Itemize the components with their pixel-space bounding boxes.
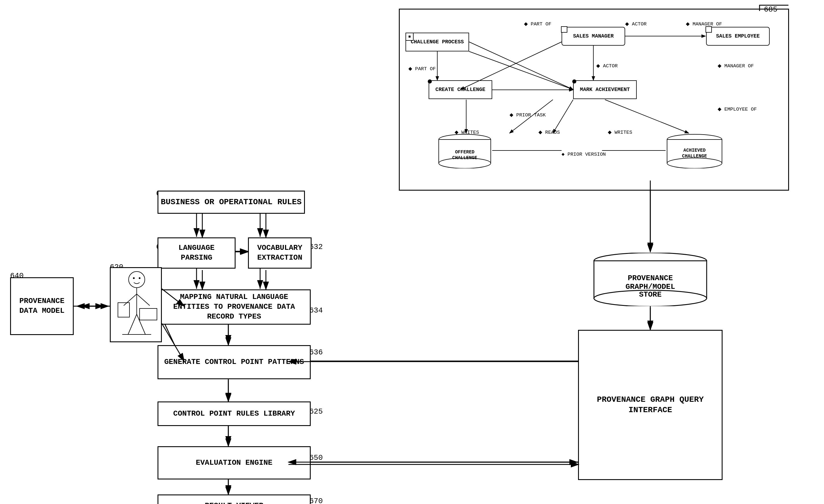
mapping-box: MAPPING NATURAL LANGUAGE ENTITIES TO PRO…: [158, 289, 311, 325]
generate-control-box: GENERATE CONTROL POINT PATTERNS: [158, 345, 311, 379]
evaluation-engine-box: EVALUATION ENGINE: [158, 446, 311, 480]
svg-point-32: [667, 158, 722, 168]
offered-challenge-cyl: OFFERED CHALLENGE: [437, 134, 492, 168]
svg-line-64: [137, 294, 150, 305]
svg-text:◆ READS: ◆ READS: [538, 130, 560, 135]
sales-manager-icon: [561, 26, 568, 33]
provenance-data-model-box: PROVENANCE DATA MODEL: [10, 277, 74, 335]
svg-text:◆ MANAGER OF: ◆ MANAGER OF: [718, 63, 754, 69]
svg-line-62: [124, 294, 137, 305]
inset-diagram-685: 685 CHALLENGE PROCESS ■ SALES MANAGER SA…: [399, 9, 789, 191]
mark-achievement-dot: [572, 80, 576, 84]
business-rules-box: BUSINESS OR OPERATIONAL RULES: [158, 191, 305, 214]
svg-line-66: [137, 314, 145, 335]
ref-625: 625: [309, 407, 323, 416]
achieved-challenge-cyl: ACHIEVED CHALLENGE: [665, 134, 723, 168]
svg-text:GRAPH/MODEL: GRAPH/MODEL: [625, 282, 675, 291]
svg-rect-63: [118, 303, 129, 317]
ref-650: 650: [309, 454, 323, 462]
sales-employee-icon: [706, 26, 712, 33]
diagram-container: 685 CHALLENGE PROCESS ■ SALES MANAGER SA…: [0, 0, 824, 504]
svg-text:OFFERED: OFFERED: [455, 150, 474, 155]
sales-employee-box: SALES EMPLOYEE: [706, 27, 770, 46]
svg-point-60: [129, 271, 145, 288]
svg-text:◆ ACTOR: ◆ ACTOR: [596, 63, 618, 69]
ref-636: 636: [309, 348, 323, 357]
svg-line-55: [605, 100, 689, 133]
svg-text:◆ EMPLOYEE OF: ◆ EMPLOYEE OF: [718, 107, 757, 112]
svg-point-70: [139, 277, 140, 279]
ref-634: 634: [309, 306, 323, 315]
svg-line-56: [553, 100, 573, 133]
language-parsing-box: LANGUAGE PARSING: [158, 237, 235, 269]
svg-text:STORE: STORE: [639, 290, 661, 299]
svg-point-69: [133, 277, 135, 279]
mark-achievement-box: MARK ACHIEVEMENT: [573, 80, 637, 99]
challenge-process-box: CHALLENGE PROCESS: [406, 33, 469, 51]
provenance-graph-query-box: PROVENANCE GRAPH QUERY INTERFACE: [578, 330, 723, 480]
person-box: [110, 267, 162, 342]
vocabulary-extraction-box: VOCABULARY EXTRACTION: [248, 237, 312, 269]
svg-text:◆ ACTOR: ◆ ACTOR: [625, 21, 646, 27]
provenance-graph-store-cyl: PROVENANCE GRAPH/MODEL STORE: [593, 253, 708, 306]
create-challenge-dot: [428, 80, 432, 84]
sales-manager-box: SALES MANAGER: [561, 27, 625, 46]
svg-rect-67: [139, 308, 157, 320]
person-figure: [111, 268, 162, 342]
ref-670: 670: [309, 497, 323, 504]
control-point-lib-box: CONTROL POINT RULES LIBRARY: [158, 401, 311, 426]
svg-text:◆ PART OF: ◆ PART OF: [408, 66, 436, 72]
result-viewer-box: RESULT VIEWER: [158, 494, 311, 504]
svg-text:◆ PART OF: ◆ PART OF: [524, 21, 551, 27]
svg-text:◆ WRITES: ◆ WRITES: [608, 130, 632, 135]
create-challenge-box: CREATE CHALLENGE: [429, 80, 492, 99]
svg-text:CHALLENGE: CHALLENGE: [452, 155, 477, 160]
svg-text:CHALLENGE: CHALLENGE: [682, 154, 707, 159]
svg-text:◆ PRIOR TASK: ◆ PRIOR TASK: [510, 112, 546, 118]
svg-text:PROVENANCE: PROVENANCE: [628, 274, 673, 282]
svg-line-53: [510, 100, 553, 133]
svg-text:◆ MANAGER OF: ◆ MANAGER OF: [686, 21, 722, 27]
challenge-process-icon: ■: [406, 33, 414, 41]
svg-text:ACHIEVED: ACHIEVED: [684, 148, 706, 153]
prior-version-label: ◆ PRIOR VERSION: [561, 151, 606, 157]
